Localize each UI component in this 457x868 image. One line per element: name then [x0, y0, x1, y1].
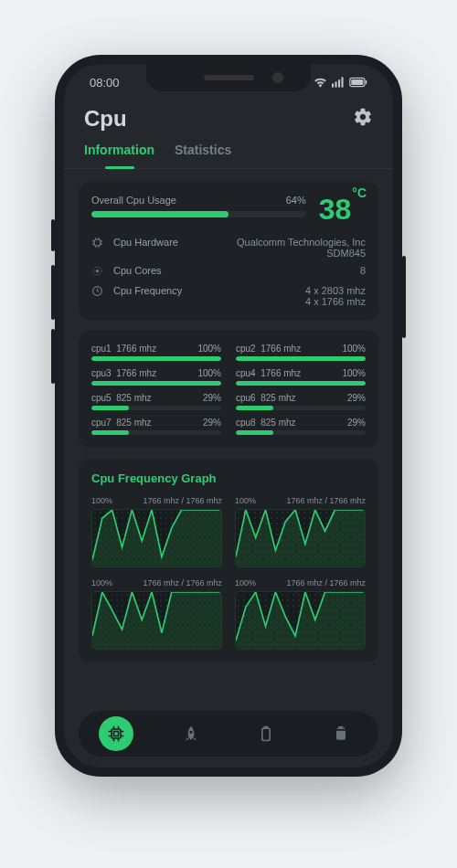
core-bar — [91, 356, 221, 361]
spec-frequency: Cpu Frequency 4 x 2803 mhz 4 x 1766 mhz — [91, 285, 366, 307]
status-time: 08:00 — [90, 76, 120, 90]
core-name: cpu3 1766 mhz — [91, 368, 156, 378]
speaker — [204, 75, 254, 80]
freq-graph — [91, 509, 222, 567]
cpu-core-item: cpu8 825 mhz 29% — [236, 418, 366, 435]
cpu-core-item: cpu2 1766 mhz 100% — [236, 344, 366, 361]
freq-graph — [235, 591, 366, 650]
graph-percent: 100% — [91, 578, 112, 587]
svg-rect-0 — [332, 83, 334, 87]
temp-unit: °C — [352, 185, 367, 200]
svg-rect-12 — [114, 732, 119, 736]
overall-card: Overall Cpu Usage 64% 38°C Cpu Ha — [79, 182, 378, 320]
core-name: cpu7 825 mhz — [91, 418, 152, 428]
graph-percent: 100% — [235, 496, 256, 505]
android-icon — [332, 725, 350, 743]
chip-icon — [91, 237, 104, 250]
core-bar — [91, 430, 221, 435]
cores-card: cpu1 1766 mhz 100% cpu2 1766 mhz 100% cp… — [79, 331, 378, 448]
core-percent: 100% — [197, 368, 221, 378]
freq-graph — [91, 591, 222, 650]
freq-line-1: 4 x 2803 mhz — [203, 285, 366, 296]
wifi-icon — [314, 77, 327, 88]
core-percent: 29% — [203, 418, 221, 428]
spec-value: Qualcomm Technologies, Inc SDM845 — [203, 237, 366, 259]
cpu-core-item: cpu3 1766 mhz 100% — [91, 368, 221, 386]
volume-button — [51, 265, 55, 320]
svg-rect-13 — [262, 728, 270, 740]
spec-hardware: Cpu Hardware Qualcomm Technologies, Inc … — [91, 237, 366, 259]
core-percent: 29% — [347, 418, 366, 428]
cpu-core-item: cpu7 825 mhz 29% — [91, 418, 221, 435]
spec-value: 8 — [203, 265, 366, 276]
temp-value: 38 — [319, 193, 352, 226]
core-name: cpu5 825 mhz — [91, 393, 152, 403]
graph-percent: 100% — [235, 578, 256, 587]
svg-rect-3 — [342, 77, 344, 87]
power-button — [402, 256, 406, 338]
camera — [272, 72, 283, 83]
cpu-icon — [107, 725, 125, 743]
tab-information[interactable]: Information — [84, 143, 154, 168]
core-bar — [91, 406, 221, 410]
bottom-nav — [79, 711, 378, 757]
cores-icon — [91, 265, 104, 279]
overall-usage-percent: 64% — [286, 195, 306, 206]
core-name: cpu4 1766 mhz — [236, 368, 301, 378]
core-name: cpu6 825 mhz — [236, 393, 296, 403]
volume-button — [51, 329, 55, 384]
core-percent: 100% — [342, 344, 366, 354]
overall-usage-bar — [91, 211, 306, 217]
battery-icon — [257, 725, 275, 743]
core-bar — [236, 430, 366, 435]
graph-card: Cpu Frequency Graph 100% 1766 mhz / 1766… — [79, 459, 378, 662]
overall-usage-label: Overall Cpu Usage — [91, 195, 176, 206]
graph-title: Cpu Frequency Graph — [91, 471, 366, 485]
graph-percent: 100% — [91, 496, 112, 505]
freq-line-2: 4 x 1766 mhz — [203, 296, 366, 307]
core-name: cpu8 825 mhz — [236, 418, 296, 428]
nav-cpu[interactable] — [99, 716, 133, 751]
tabs: Information Statistics — [64, 132, 393, 169]
battery-icon — [349, 77, 367, 88]
graph-freq: 1766 mhz / 1766 mhz — [286, 496, 366, 505]
gear-icon — [353, 107, 373, 127]
cpu-core-item: cpu1 1766 mhz 100% — [91, 344, 221, 361]
graph-freq: 1766 mhz / 1766 mhz — [143, 578, 222, 587]
spec-label: Cpu Frequency — [113, 285, 194, 296]
svg-point-8 — [96, 270, 99, 272]
core-percent: 29% — [347, 393, 366, 403]
core-bar — [91, 381, 221, 386]
cpu-core-item: cpu5 825 mhz 29% — [91, 393, 221, 410]
core-bar — [236, 406, 366, 410]
cpu-temperature: 38°C — [319, 195, 366, 224]
cpu-core-item: cpu4 1766 mhz 100% — [236, 368, 366, 386]
page-title: Cpu — [84, 106, 127, 132]
rocket-icon — [182, 725, 200, 743]
freq-graph-item: 100% 1766 mhz / 1766 mhz — [91, 578, 222, 650]
freq-graph — [235, 509, 366, 567]
notch — [146, 64, 311, 91]
svg-rect-6 — [366, 80, 367, 85]
freq-graph-item: 100% 1766 mhz / 1766 mhz — [91, 496, 222, 567]
core-percent: 29% — [203, 393, 221, 403]
svg-rect-11 — [112, 729, 121, 738]
freq-graph-item: 100% 1766 mhz / 1766 mhz — [235, 578, 366, 650]
phone-frame: 08:00 Cpu Information Statistics — [55, 55, 402, 777]
settings-button[interactable] — [353, 107, 373, 131]
spec-label: Cpu Hardware — [113, 237, 194, 248]
core-name: cpu1 1766 mhz — [91, 344, 156, 354]
nav-battery[interactable] — [249, 716, 283, 751]
tab-statistics[interactable]: Statistics — [175, 143, 231, 168]
graph-freq: 1766 mhz / 1766 mhz — [286, 578, 366, 587]
freq-graph-item: 100% 1766 mhz / 1766 mhz — [235, 496, 366, 567]
svg-rect-1 — [335, 81, 337, 87]
nav-boost[interactable] — [174, 716, 208, 751]
core-percent: 100% — [197, 344, 221, 354]
spec-value: 4 x 2803 mhz 4 x 1766 mhz — [203, 285, 366, 307]
svg-rect-2 — [338, 79, 340, 87]
content: Overall Cpu Usage 64% 38°C Cpu Ha — [64, 169, 393, 675]
nav-system[interactable] — [324, 716, 358, 751]
svg-rect-5 — [351, 79, 363, 85]
core-name: cpu2 1766 mhz — [236, 344, 301, 354]
